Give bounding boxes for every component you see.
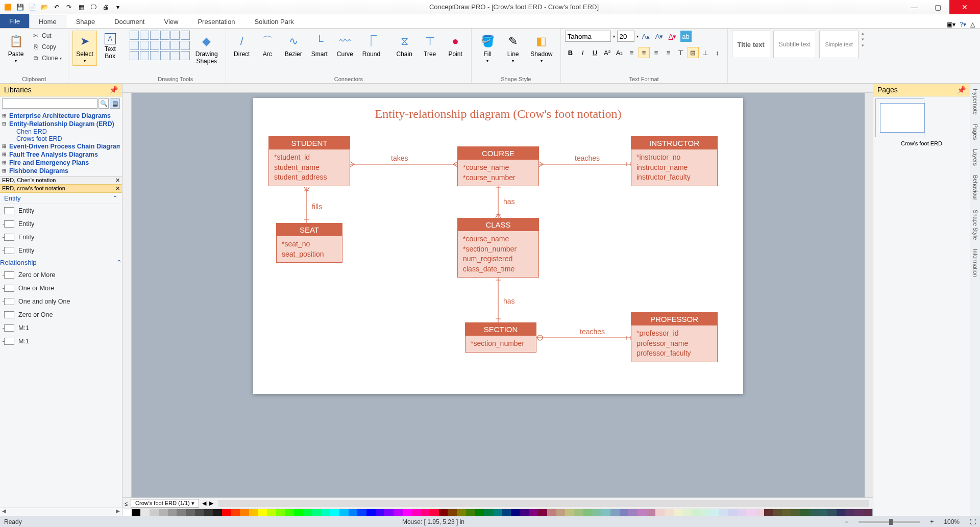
- preset-subtitle[interactable]: Subtitle text: [773, 31, 817, 58]
- connector-curve[interactable]: 〰Curve: [333, 31, 357, 60]
- color-swatch[interactable]: [800, 509, 810, 516]
- connector-point[interactable]: ●Point: [444, 31, 467, 60]
- color-swatch[interactable]: [737, 509, 746, 516]
- file-tab[interactable]: File: [0, 14, 29, 28]
- zoom-out-icon[interactable]: −: [845, 518, 848, 525]
- rel-takes[interactable]: takes: [391, 154, 408, 162]
- color-swatch[interactable]: [547, 509, 556, 516]
- color-swatch[interactable]: [276, 509, 285, 516]
- color-swatch[interactable]: [475, 509, 484, 516]
- color-swatch[interactable]: [204, 509, 213, 516]
- color-swatch[interactable]: [457, 509, 466, 516]
- color-swatch[interactable]: [394, 509, 403, 516]
- font-name-input[interactable]: [565, 31, 611, 42]
- sidetab-hypernote[interactable]: Hypernote: [972, 87, 979, 117]
- qat-undo-icon[interactable]: ↶: [51, 2, 62, 13]
- color-swatch[interactable]: [837, 509, 846, 516]
- qat-save-icon[interactable]: 💾: [14, 2, 26, 13]
- color-swatch[interactable]: [845, 509, 854, 516]
- entity-student[interactable]: STUDENT *student_idstudent_namestudent_a…: [268, 136, 350, 186]
- help-icon[interactable]: ?▾: [960, 21, 966, 28]
- color-swatch[interactable]: [421, 509, 430, 516]
- color-swatch[interactable]: [710, 509, 719, 516]
- tree-item[interactable]: Entity-Relationship Diagram (ERD): [2, 120, 120, 128]
- color-swatch[interactable]: [773, 509, 782, 516]
- tree-item[interactable]: Enterprise Architecture Diagrams: [2, 112, 120, 120]
- preset-title[interactable]: Title text: [732, 31, 770, 58]
- shape-rel[interactable]: M:1: [0, 335, 122, 348]
- valign-top-button[interactable]: ⊤: [675, 47, 687, 58]
- connector-chain[interactable]: ⧖Chain: [393, 31, 416, 60]
- valign-middle-button[interactable]: ⊟: [688, 47, 699, 58]
- sidetab-shapestyle[interactable]: Shape Style: [972, 208, 979, 242]
- tab-view[interactable]: View: [154, 15, 188, 28]
- shape-entity[interactable]: Entity: [0, 244, 122, 257]
- color-swatch[interactable]: [168, 509, 177, 516]
- textbox-tool[interactable]: A Text Box: [99, 31, 121, 62]
- color-swatch[interactable]: [827, 509, 837, 516]
- shrink-font-icon[interactable]: A▾: [654, 31, 665, 42]
- hscrollbar[interactable]: [218, 500, 869, 507]
- color-swatch[interactable]: [177, 509, 186, 516]
- rel-teaches2[interactable]: teaches: [580, 328, 605, 336]
- tree-item[interactable]: Fault Tree Analysis Diagrams: [2, 150, 120, 159]
- tree-item[interactable]: Event-Driven Process Chain Diagrams: [2, 142, 120, 150]
- color-swatch[interactable]: [195, 509, 204, 516]
- underline-button[interactable]: U: [590, 47, 601, 58]
- qat-preview-icon[interactable]: 🖵: [88, 2, 99, 13]
- scroll-left-icon[interactable]: ◀: [2, 508, 6, 516]
- color-swatch[interactable]: [357, 509, 366, 516]
- color-swatch[interactable]: [330, 509, 339, 516]
- tab-nav-first-icon[interactable]: ≤: [125, 500, 128, 507]
- entity-course[interactable]: COURSE *course_name*course_number: [457, 146, 539, 186]
- maximize-button[interactable]: ▢: [926, 0, 949, 14]
- vscrollbar[interactable]: [865, 93, 873, 497]
- sidetab-information[interactable]: Information: [972, 247, 979, 279]
- color-swatch[interactable]: [593, 509, 602, 516]
- tab-solution-park[interactable]: Solution Park: [244, 15, 303, 28]
- color-swatch[interactable]: [267, 509, 276, 516]
- minimize-button[interactable]: —: [902, 0, 926, 14]
- category-entity[interactable]: Entity⌃: [0, 193, 122, 204]
- color-swatch[interactable]: [809, 509, 818, 516]
- entity-section[interactable]: SECTION *section_number: [465, 322, 536, 353]
- pin-icon[interactable]: 📌: [109, 86, 118, 94]
- color-swatch[interactable]: [186, 509, 195, 516]
- color-swatch[interactable]: [213, 509, 222, 516]
- color-swatch[interactable]: [448, 509, 457, 516]
- color-swatch[interactable]: [222, 509, 231, 516]
- connector-tree[interactable]: ⊤Tree: [418, 31, 442, 60]
- rel-fills[interactable]: fills: [312, 203, 322, 211]
- color-swatch[interactable]: [159, 509, 168, 516]
- font-size-input[interactable]: [617, 31, 634, 42]
- collapse-icon[interactable]: ⌃: [116, 259, 122, 266]
- qat-grid-icon[interactable]: ▦: [76, 2, 87, 13]
- copy-button[interactable]: ⎘Copy: [30, 42, 64, 52]
- diagram-title[interactable]: Entity-relationship diagram (Crow's foot…: [253, 98, 743, 121]
- tab-nav-next-icon[interactable]: ▶: [209, 500, 213, 507]
- color-swatch[interactable]: [683, 509, 692, 516]
- subscript-button[interactable]: A₂: [614, 47, 625, 58]
- align-right-button[interactable]: ≡: [651, 47, 662, 58]
- color-swatch[interactable]: [728, 509, 737, 516]
- color-swatch[interactable]: [132, 509, 141, 516]
- color-swatch[interactable]: [655, 509, 665, 516]
- tree-subitem[interactable]: Chen ERD: [2, 128, 120, 135]
- color-swatch[interactable]: [638, 509, 647, 516]
- drawing-page[interactable]: Entity-relationship diagram (Crow's foot…: [253, 98, 743, 394]
- color-swatch[interactable]: [719, 509, 728, 516]
- preset-more-icon[interactable]: ▾: [862, 43, 864, 48]
- color-swatch[interactable]: [854, 509, 864, 516]
- color-swatch[interactable]: [312, 509, 322, 516]
- font-color-icon[interactable]: A▾: [667, 31, 678, 42]
- pin-icon[interactable]: 📌: [957, 86, 966, 94]
- cut-button[interactable]: ✂Cut: [30, 31, 64, 41]
- color-swatch[interactable]: [601, 509, 610, 516]
- color-swatch[interactable]: [538, 509, 547, 516]
- tab-presentation[interactable]: Presentation: [188, 15, 244, 28]
- color-swatch[interactable]: [674, 509, 683, 516]
- page-thumbnail[interactable]: [880, 103, 925, 133]
- notation-crowsfoot[interactable]: ERD, crow's foot notation✕: [0, 185, 122, 193]
- color-palette-strip[interactable]: [122, 509, 873, 516]
- color-swatch[interactable]: [231, 509, 240, 516]
